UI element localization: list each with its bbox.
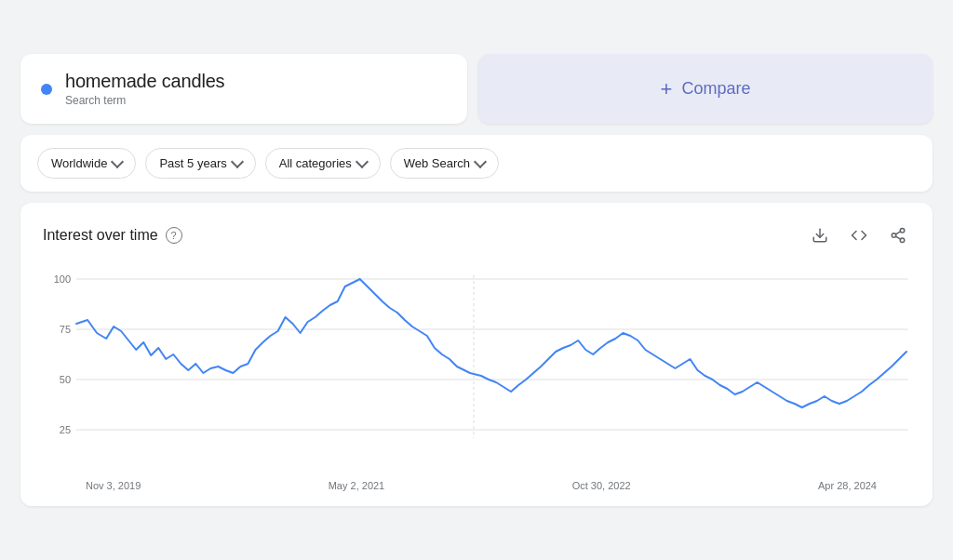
embed-button[interactable] [847,223,871,247]
search-text-group: homemade candles Search term [65,71,224,107]
svg-text:100: 100 [54,273,71,285]
embed-icon [851,227,867,244]
chart-title-group: Interest over time ? [43,227,182,244]
top-row: homemade candles Search term + Compare [20,54,933,124]
svg-text:75: 75 [60,324,71,335]
svg-text:50: 50 [60,374,71,385]
share-icon [890,227,906,244]
filter-category-label: All categories [279,156,352,170]
svg-line-4 [895,236,900,239]
main-container: homemade candles Search term + Compare W… [20,54,933,506]
chart-actions [808,223,910,247]
chevron-down-icon [474,155,487,168]
x-label-2: May 2, 2021 [329,480,385,491]
chart-title: Interest over time [43,227,158,244]
search-term-card: homemade candles Search term [20,54,467,124]
chart-area: 100 75 50 25 Nov 3, 2019 May 2, 2021 [43,266,910,491]
chart-header: Interest over time ? [43,223,910,247]
search-term-sub: Search term [65,94,224,107]
compare-label: Compare [681,79,750,99]
filter-search-type-label: Web Search [404,156,470,170]
x-label-3: Oct 30, 2022 [572,480,631,491]
filter-row: Worldwide Past 5 years All categories We… [20,135,933,192]
filter-category[interactable]: All categories [265,148,381,179]
chevron-down-icon [231,155,244,168]
x-axis-labels: Nov 3, 2019 May 2, 2021 Oct 30, 2022 Apr… [43,474,910,491]
share-button[interactable] [886,223,910,247]
filter-period-label: Past 5 years [159,156,226,170]
chart-card: Interest over time ? [20,203,933,506]
chart-line [76,279,906,407]
filter-search-type[interactable]: Web Search [390,148,499,179]
search-term-title: homemade candles [65,71,224,92]
filter-region-label: Worldwide [51,156,107,170]
chevron-down-icon [111,155,124,168]
interest-chart: 100 75 50 25 [43,266,910,471]
svg-line-5 [895,232,900,234]
compare-card[interactable]: + Compare [478,54,933,124]
search-dot-indicator [41,84,52,95]
compare-plus-icon: + [661,79,673,100]
x-label-1: Nov 3, 2019 [86,480,141,491]
filter-region[interactable]: Worldwide [37,148,136,179]
help-icon[interactable]: ? [166,227,182,244]
download-button[interactable] [808,223,832,247]
filter-period[interactable]: Past 5 years [145,148,255,179]
download-icon [812,227,828,244]
x-label-4: Apr 28, 2024 [818,480,877,491]
svg-text:25: 25 [60,424,71,435]
chevron-down-icon [356,155,369,168]
